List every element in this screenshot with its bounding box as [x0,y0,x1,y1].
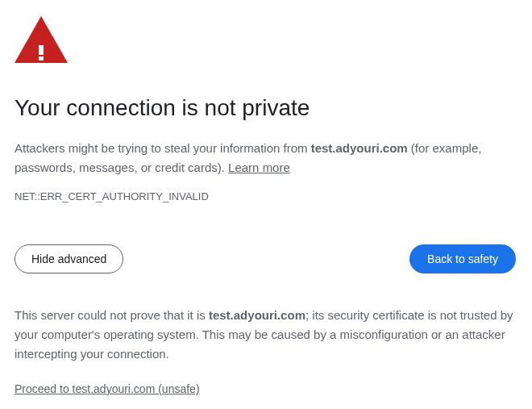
proceed-unsafe-link[interactable]: Proceed to test.adyouri.com (unsafe) [15,382,200,395]
error-code: NET::ERR_CERT_AUTHORITY_INVALID [15,190,516,202]
button-row: Hide advanced Back to safety [15,244,516,273]
back-to-safety-button[interactable]: Back to safety [409,244,516,273]
warning-message: Attackers might be trying to steal your … [15,139,516,177]
advanced-explanation: This server could not prove that it is t… [15,306,516,364]
advanced-prefix: This server could not prove that it is [15,308,209,322]
svg-rect-2 [39,56,44,61]
advanced-domain: test.adyouri.com [209,308,305,322]
warning-prefix: Attackers might be trying to steal your … [15,141,311,155]
svg-marker-0 [15,16,68,63]
learn-more-link[interactable]: Learn more [228,161,290,174]
hide-advanced-button[interactable]: Hide advanced [15,244,123,273]
warning-triangle-icon [15,16,68,63]
svg-rect-1 [39,45,44,55]
page-title: Your connection is not private [15,95,516,121]
warning-domain: test.adyouri.com [311,141,408,155]
